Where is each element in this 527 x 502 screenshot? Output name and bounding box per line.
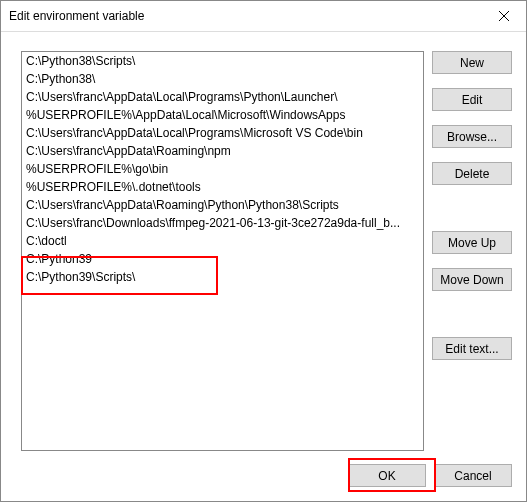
list-item[interactable]: C:\Users\franc\AppData\Local\Programs\Py… <box>22 88 423 106</box>
move-down-button[interactable]: Move Down <box>432 268 512 291</box>
ok-button[interactable]: OK <box>348 464 426 487</box>
button-column: New Edit Browse... Delete Move Up Move D… <box>432 51 512 451</box>
titlebar: Edit environment variable <box>1 1 526 32</box>
delete-button[interactable]: Delete <box>432 162 512 185</box>
list-item[interactable]: %USERPROFILE%\AppData\Local\Microsoft\Wi… <box>22 106 423 124</box>
edit-env-var-dialog: Edit environment variable C:\Python38\Sc… <box>0 0 527 502</box>
list-item[interactable]: C:\Python38\ <box>22 70 423 88</box>
list-item[interactable]: C:\Users\franc\Downloads\ffmpeg-2021-06-… <box>22 214 423 232</box>
list-item[interactable]: C:\Users\franc\AppData\Roaming\Python\Py… <box>22 196 423 214</box>
list-item[interactable]: C:\Python39 <box>22 250 423 268</box>
browse-button[interactable]: Browse... <box>432 125 512 148</box>
list-item[interactable]: %USERPROFILE%\go\bin <box>22 160 423 178</box>
list-item[interactable]: C:\Users\franc\AppData\Roaming\npm <box>22 142 423 160</box>
list-item[interactable]: C:\Users\franc\AppData\Local\Programs\Mi… <box>22 124 423 142</box>
new-button[interactable]: New <box>432 51 512 74</box>
dialog-buttons: OK Cancel <box>348 464 512 487</box>
dialog-title: Edit environment variable <box>9 9 144 23</box>
list-item[interactable]: C:\Python39\Scripts\ <box>22 268 423 286</box>
path-list[interactable]: C:\Python38\Scripts\ C:\Python38\ C:\Use… <box>21 51 424 451</box>
close-icon <box>499 11 509 21</box>
list-item[interactable]: C:\Python38\Scripts\ <box>22 52 423 70</box>
close-button[interactable] <box>481 2 526 31</box>
cancel-button[interactable]: Cancel <box>434 464 512 487</box>
list-item[interactable]: %USERPROFILE%\.dotnet\tools <box>22 178 423 196</box>
move-up-button[interactable]: Move Up <box>432 231 512 254</box>
edit-button[interactable]: Edit <box>432 88 512 111</box>
edit-text-button[interactable]: Edit text... <box>432 337 512 360</box>
list-item[interactable]: C:\doctl <box>22 232 423 250</box>
